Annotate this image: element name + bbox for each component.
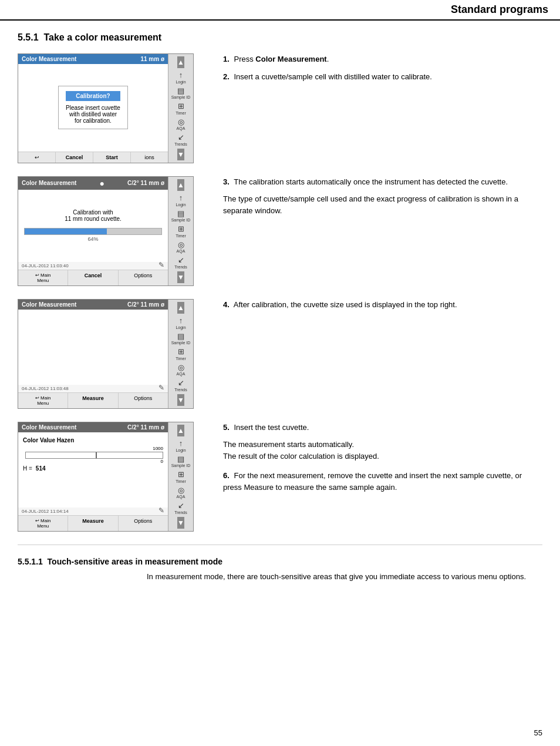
- login-icon-2: ↑: [179, 193, 183, 203]
- sidebar-trends-3[interactable]: ↙ Trends: [170, 378, 191, 392]
- sidebar-login-1[interactable]: ↑ Login: [170, 70, 191, 84]
- timer-label-3: Timer: [176, 357, 186, 361]
- sidebar-trends-4[interactable]: ↙ Trends: [170, 501, 191, 515]
- scroll-down-3[interactable]: ▼: [177, 394, 184, 406]
- timestamp-4: 04-JUL-2012 11:04:14: [18, 508, 168, 515]
- screen-title-right-3: C/2° 11 mm ø: [127, 301, 164, 308]
- hazen-value-row: H = 514: [23, 465, 163, 472]
- subsection-title: 5.5.1.1 Touch-sensitive areas in measure…: [18, 557, 542, 566]
- footer-options-3[interactable]: Options: [119, 393, 168, 408]
- scroll-down-2[interactable]: ▼: [177, 271, 184, 283]
- text-col-2: 3. The calibration starts automatically …: [223, 176, 542, 223]
- section-title: 5.5.1 Take a color measurement: [18, 32, 542, 43]
- sidebar-timer-1[interactable]: ⊞ Timer: [170, 102, 191, 115]
- sampleid-label-3: Sample ID: [171, 341, 191, 345]
- footer-start-1[interactable]: Start: [93, 152, 131, 163]
- sidebar-aqa-1[interactable]: ◎ AQA: [170, 117, 191, 131]
- scroll-up-1[interactable]: ▲: [177, 56, 184, 68]
- trends-label-2: Trends: [174, 265, 187, 269]
- screen-area-3: Color Measurement C/2° 11 mm ø ✎ 04-JUL-…: [18, 300, 168, 408]
- screen-titlebar-2: Color Measurement ● C/2° 11 mm ø: [18, 177, 168, 190]
- footer-measure-4[interactable]: Measure: [68, 516, 118, 531]
- progress-label-2: 64%: [87, 236, 98, 242]
- scroll-up-2[interactable]: ▲: [177, 179, 184, 191]
- login-icon-4: ↑: [179, 439, 183, 448]
- text-col-1: 1. Press Color Measurement. 2. Insert a …: [223, 53, 542, 88]
- sidebar-sampleid-3[interactable]: ▤ Sample ID: [170, 332, 191, 345]
- sidebar-login-2[interactable]: ↑ Login: [170, 193, 191, 207]
- screen-col-2: Color Measurement ● C/2° 11 mm ø Calibra…: [18, 176, 205, 286]
- sidebar-login-4[interactable]: ↑ Login: [170, 439, 191, 452]
- footer-mainmenu-4[interactable]: ↩ MainMenu: [18, 516, 68, 531]
- screen-title-text-3: Color Measurement: [22, 301, 76, 308]
- sampleid-icon-1: ▤: [177, 86, 184, 96]
- hazen-max: 1000: [25, 446, 163, 451]
- sidebar-trends-2[interactable]: ↙ Trends: [170, 256, 191, 269]
- footer-cancel-2[interactable]: Cancel: [68, 270, 118, 285]
- edit-icon-4: ✎: [158, 506, 164, 515]
- login-label-2: Login: [176, 203, 185, 207]
- screen-body-3: [18, 310, 168, 385]
- timestamp-2: 04-JUL-2012 11:03:40: [18, 262, 168, 270]
- login-label-3: Login: [176, 325, 185, 330]
- screen-body-1: Calibration? Please insert cuvettewith d…: [18, 64, 168, 152]
- color-measurement-bold: Color Measurement: [255, 55, 326, 63]
- timer-label-1: Timer: [176, 111, 186, 115]
- hazen-marker: [96, 452, 97, 458]
- sidebar-timer-2[interactable]: ⊞ Timer: [170, 224, 191, 238]
- subsection-divider: [18, 545, 542, 545]
- step-5b: The measurement starts automatically. Th…: [223, 439, 542, 462]
- hazen-label: H =: [23, 465, 32, 472]
- sampleid-icon-4: ▤: [177, 455, 184, 464]
- screen-title-right-1: 11 mm ø: [140, 56, 164, 62]
- screen-area-1: Color Measurement 11 mm ø Calibration? P…: [18, 54, 168, 163]
- scroll-up-3[interactable]: ▲: [177, 302, 184, 314]
- screen-titlebar-3: Color Measurement C/2° 11 mm ø: [18, 300, 168, 310]
- calibration-text-2: Calibration with11 mm round cuvette.: [65, 209, 122, 222]
- screen-titlebar-4: Color Measurement C/2° 11 mm ø: [18, 422, 168, 432]
- step-1: 1. Press Color Measurement.: [223, 53, 542, 65]
- sidebar-aqa-4[interactable]: ◎ AQA: [170, 486, 191, 499]
- sidebar-login-3[interactable]: ↑ Login: [170, 316, 191, 330]
- sidebar-2: ▲ ↑ Login ▤ Sample ID ⊞ Timer ◎: [168, 177, 193, 285]
- footer-options-4[interactable]: Options: [119, 516, 168, 531]
- sidebar-timer-4[interactable]: ⊞ Timer: [170, 470, 191, 483]
- footer-mainmenu-3[interactable]: ↩ MainMenu: [18, 393, 68, 408]
- edit-icon-3: ✎: [158, 384, 164, 392]
- sidebar-timer-3[interactable]: ⊞ Timer: [170, 347, 191, 361]
- screen-title-right-4: C/2° 11 mm ø: [127, 424, 164, 431]
- footer-measure-3[interactable]: Measure: [68, 393, 118, 408]
- footer-options-2[interactable]: Options: [119, 270, 168, 285]
- page-content: 5.5.1 Take a color measurement Color Mea…: [0, 21, 560, 594]
- timer-icon-4: ⊞: [178, 470, 184, 479]
- hazen-display: Color Value Hazen 1000 0: [23, 437, 163, 472]
- screen-title-text-4: Color Measurement: [22, 424, 76, 431]
- scroll-up-4[interactable]: ▲: [177, 425, 184, 436]
- sidebar-sampleid-2[interactable]: ▤ Sample ID: [170, 209, 191, 223]
- step-2: 2. Insert a cuvette/sample cell with dis…: [223, 71, 542, 83]
- sidebar-4: ▲ ↑ Login ▤ Sample ID ⊞ Timer ◎: [168, 422, 193, 531]
- footer-back-1[interactable]: ↩: [18, 152, 56, 163]
- screen-footer-1: ↩ Cancel Start ions: [18, 152, 168, 163]
- sidebar-aqa-3[interactable]: ◎ AQA: [170, 363, 191, 377]
- progress-fill-2: [25, 228, 107, 234]
- step-4: 4. After calibration, the cuvette size u…: [223, 299, 542, 311]
- footer-cancel-1[interactable]: Cancel: [56, 152, 93, 163]
- screen-footer-4: ↩ MainMenu Measure Options: [18, 515, 168, 531]
- trends-icon-2: ↙: [178, 256, 184, 265]
- sidebar-trends-1[interactable]: ↙ Trends: [170, 133, 191, 146]
- sampleid-label-4: Sample ID: [171, 463, 191, 468]
- step-5: 5. Insert the test cuvette.: [223, 422, 542, 434]
- screen-area-4: Color Measurement C/2° 11 mm ø Color Val…: [18, 422, 168, 531]
- sidebar-sampleid-1[interactable]: ▤ Sample ID: [170, 86, 191, 100]
- scroll-down-1[interactable]: ▼: [177, 149, 184, 160]
- footer-mainmenu-2[interactable]: ↩ MainMenu: [18, 270, 68, 285]
- hazen-bar-container: 1000 0: [25, 446, 163, 464]
- login-label-4: Login: [176, 448, 185, 452]
- sidebar-sampleid-4[interactable]: ▤ Sample ID: [170, 455, 191, 468]
- trends-label-1: Trends: [174, 142, 187, 146]
- sidebar-aqa-2[interactable]: ◎ AQA: [170, 240, 191, 254]
- step-row-2: Color Measurement ● C/2° 11 mm ø Calibra…: [18, 176, 542, 286]
- scroll-down-4[interactable]: ▼: [177, 517, 184, 529]
- text-col-3: 4. After calibration, the cuvette size u…: [223, 299, 542, 317]
